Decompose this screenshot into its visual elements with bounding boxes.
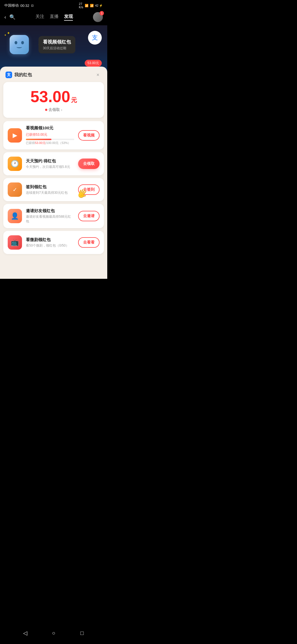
task-name-drama: 看微剧领红包 [26, 237, 51, 242]
action-btn-video[interactable]: 看视频 [78, 130, 100, 141]
cube-eyes [15, 41, 24, 44]
battery-label: 42 ⚡ [95, 4, 103, 7]
alipay-icon: 支 [6, 72, 12, 78]
task-name-reserve: 天天预约 得红包 [26, 159, 56, 164]
screen-record-icon: ⊡ [31, 4, 34, 7]
progress-total: /100.00元（53%） [46, 141, 71, 144]
cube-face [10, 35, 29, 54]
task-name-row-invite: 邀请好友领红包 [26, 208, 74, 214]
task-name-sign: 签到领红包 [26, 184, 46, 190]
signal-icon: 📶 [90, 4, 94, 7]
progress-bar-fill [26, 139, 51, 140]
progress-text: 已获得53.00元/100.00元（53%） [26, 141, 74, 145]
task-icon-invite: 👤 [8, 209, 22, 223]
nav-bar: ‹ 🔍 关注 直播 发现 1 [0, 10, 107, 25]
collect-dot [45, 109, 47, 111]
cube-eye-right [21, 41, 24, 44]
progress-bar-bg [26, 139, 74, 140]
check-icon: ✓ [13, 186, 17, 193]
back-icon[interactable]: ‹ [4, 14, 6, 20]
cube-mouth [16, 46, 22, 48]
progress-desc: 已获得 [26, 141, 35, 144]
bottom-spacer [0, 257, 107, 273]
drama-icon: 📺 [11, 239, 19, 246]
progress-container: 已获得53.00元/100.00元（53%） [26, 139, 74, 145]
task-item-drama: 📺 看微剧领红包 看50个微剧，领红包（0/50） 去看看 [3, 231, 104, 254]
task-info-invite: 邀请好友领红包 邀请好友看视频最高得588元红包 [26, 208, 74, 224]
cube-eye-left [15, 41, 17, 44]
task-info-sign: 签到领红包 连续签到7天最高得30元红包 [26, 184, 74, 195]
task-item-invite: 👤 邀请好友领红包 邀请好友看视频最高得588元红包 去邀请 [3, 204, 104, 228]
tab-follow[interactable]: 关注 [35, 14, 44, 21]
status-left: 中国移动 00:32 ⊡ [4, 3, 34, 8]
modal-panel: 支 我的红包 × 53.00 元 去领取 › ▶ 看视频领100元 已获得53.… [0, 67, 107, 279]
collect-arrow-icon: › [61, 108, 62, 112]
task-name-invite: 邀请好友领红包 [26, 208, 55, 214]
avatar-badge: 1 [100, 11, 104, 15]
close-button[interactable]: × [94, 71, 102, 79]
task-desc-drama: 看50个微剧，领红包（0/50） [26, 243, 74, 248]
task-icon-video: ▶ [8, 128, 22, 143]
status-right: 27K/s 📶 📶 42 ⚡ [79, 2, 103, 9]
hero-title: 看视频领红包 [43, 39, 71, 45]
speed-label: 27K/s [79, 2, 83, 9]
alipay-badge-top: 支 [88, 31, 102, 45]
search-icon[interactable]: 🔍 [9, 14, 15, 20]
task-name-row-reserve: 天天预约 得红包 [26, 159, 74, 164]
task-desc-reserve: 今天预约，次日最高可领5.8元 [26, 165, 74, 169]
task-icon-sign: ✓ [8, 182, 22, 197]
task-info-video: 看视频领100元 已获得53.00元 已获得53.00元/100.00元（53%… [26, 125, 74, 145]
action-btn-sign[interactable]: 去签到 [78, 184, 100, 195]
task-earned-video: 已获得53.00元 [26, 132, 47, 137]
task-name-row-drama: 看微剧领红包 [26, 237, 74, 242]
modal-title: 我的红包 [14, 72, 32, 78]
invite-icon: 👤 [11, 212, 19, 220]
task-icon-drama: 📺 [8, 235, 22, 250]
task-item-daily-reserve: 🕐 天天预约 得红包 今天预约，次日最高可领5.8元 去领取 [3, 152, 104, 175]
action-btn-drama[interactable]: 去看看 [78, 237, 100, 248]
amount-badge-top: 53.00元 [85, 60, 102, 67]
carrier-label: 中国移动 [4, 3, 19, 8]
video-play-icon: ▶ [13, 132, 17, 139]
action-btn-invite[interactable]: 去邀请 [78, 211, 100, 221]
task-info-reserve: 天天预约 得红包 今天预约，次日最高可领5.8元 [26, 159, 74, 169]
collect-link[interactable]: 去领取 › [9, 107, 98, 112]
hero-subtitle: 30天后活动过期 [43, 46, 71, 51]
nav-tabs: 关注 直播 发现 [35, 14, 73, 21]
avatar[interactable]: 1 [93, 12, 103, 22]
cube-body [10, 35, 29, 54]
big-amount: 53.00 元 [9, 89, 98, 105]
mascot: ✦ ✦ [6, 31, 33, 58]
action-btn-reserve[interactable]: 去领取 [78, 159, 100, 169]
clock-icon: 🕐 [11, 160, 19, 168]
task-name-row-sign: 签到领红包 [26, 184, 74, 190]
tab-discover[interactable]: 发现 [64, 14, 73, 21]
task-desc-sign: 连续签到7天最高得30元红包 [26, 190, 74, 195]
task-icon-clock: 🕐 [8, 157, 22, 171]
star-decoration-1: ✦ [7, 31, 10, 35]
hero-bubble: 看视频领红包 30天后活动过期 [38, 36, 75, 53]
amount-unit: 元 [71, 96, 77, 104]
modal-header: 支 我的红包 × [0, 67, 107, 82]
star-decoration-2: ✦ [4, 34, 6, 37]
task-name-video: 看视频领100元 [26, 125, 53, 131]
task-desc-invite: 邀请好友看视频最高得588元红包 [26, 214, 74, 224]
amount-card: 53.00 元 去领取 › [3, 82, 104, 118]
task-item-sign-in: ✓ 签到领红包 连续签到7天最高得30元红包 去签到 🖐️ [3, 178, 104, 201]
wifi-icon: 📶 [85, 4, 89, 7]
nav-left: ‹ 🔍 [4, 14, 15, 20]
task-name-row-video: 看视频领100元 已获得53.00元 [26, 125, 74, 137]
modal-header-left: 支 我的红包 [6, 72, 32, 78]
progress-amount: 53.00元 [35, 141, 46, 144]
task-info-drama: 看微剧领红包 看50个微剧，领红包（0/50） [26, 237, 74, 248]
tab-live[interactable]: 直播 [50, 14, 59, 21]
time-label: 00:32 [20, 4, 29, 8]
amount-number: 53.00 [30, 89, 70, 105]
collect-label: 去领取 [48, 107, 60, 112]
status-bar: 中国移动 00:32 ⊡ 27K/s 📶 📶 42 ⚡ [0, 0, 107, 10]
task-item-watch-video: ▶ 看视频领100元 已获得53.00元 已获得53.00元/100.00元（5… [3, 121, 104, 149]
